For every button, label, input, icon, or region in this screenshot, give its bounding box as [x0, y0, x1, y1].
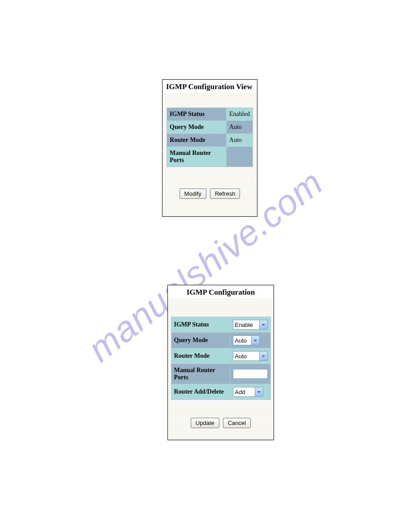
query-mode-label: Query Mode — [167, 121, 226, 133]
router-mode-cell: Auto — [230, 348, 270, 364]
query-mode-value: Auto — [227, 121, 253, 133]
cancel-button[interactable]: Cancel — [223, 418, 251, 428]
chevron-down-icon — [251, 336, 259, 345]
query-mode-select[interactable]: Auto — [233, 335, 260, 345]
table-row: Router Mode Auto — [167, 134, 253, 146]
chevron-down-icon — [255, 387, 263, 396]
igmp-status-select-value: Enable — [235, 322, 257, 328]
igmp-config-panel: IGMP Configuration IGMP Status Enable — [167, 285, 274, 440]
manual-router-ports-cell — [230, 364, 270, 384]
query-mode-select-value: Auto — [235, 337, 249, 344]
table-row: Query Mode Auto — [167, 121, 253, 133]
manual-router-ports-input[interactable] — [233, 369, 268, 379]
igmp-config-table: IGMP Status Enable Query Mode — [171, 317, 271, 400]
router-mode-select-value: Auto — [235, 353, 257, 360]
router-add-delete-label: Router Add/Delete — [171, 384, 230, 399]
igmp-config-view-panel: IGMP Configuration View IGMP Status Enab… — [162, 79, 257, 217]
chevron-down-icon — [259, 352, 267, 360]
igmp-status-label: IGMP Status — [171, 317, 230, 332]
table-row: IGMP Status Enable — [171, 317, 270, 332]
igmp-status-cell: Enable — [230, 317, 270, 332]
igmp-config-button-row: Update Cancel — [168, 400, 274, 433]
document-page: manualshive.com IGMP Configuration View … — [0, 0, 411, 532]
table-row: IGMP Status Enabled — [167, 108, 253, 120]
igmp-view-button-row: Modify Refresh — [163, 167, 257, 203]
igmp-status-label: IGMP Status — [167, 108, 226, 120]
router-add-delete-select-value: Add — [235, 389, 253, 395]
router-add-delete-select[interactable]: Add — [233, 387, 263, 397]
igmp-config-title: IGMP Configuration — [168, 285, 274, 299]
manual-router-ports-label: Manual Router Ports — [171, 364, 230, 384]
table-row: Query Mode Auto — [171, 333, 270, 348]
table-row: Manual Router Ports — [167, 147, 253, 167]
query-mode-label: Query Mode — [171, 333, 230, 348]
table-row: Manual Router Ports — [171, 364, 270, 384]
router-add-delete-cell: Add — [230, 384, 270, 399]
router-mode-value: Auto — [227, 134, 253, 146]
igmp-config-view-body: IGMP Status Enabled Query Mode Auto Rout… — [163, 93, 257, 216]
update-button[interactable]: Update — [191, 418, 219, 428]
router-mode-label: Router Mode — [167, 134, 226, 146]
modify-button[interactable]: Modify — [180, 189, 206, 199]
igmp-config-view-table: IGMP Status Enabled Query Mode Auto Rout… — [167, 107, 253, 167]
chevron-down-icon — [259, 320, 267, 329]
router-mode-select[interactable]: Auto — [233, 351, 268, 361]
spacer — [163, 93, 257, 107]
table-row: Router Mode Auto — [171, 348, 270, 364]
spacer — [168, 299, 274, 317]
router-mode-label: Router Mode — [171, 348, 230, 364]
query-mode-cell: Auto — [230, 333, 270, 348]
igmp-status-value: Enabled — [227, 108, 253, 120]
table-row: Router Add/Delete Add — [171, 384, 270, 399]
manual-router-ports-label: Manual Router Ports — [167, 147, 226, 167]
igmp-config-body: IGMP Status Enable Query Mode — [168, 299, 274, 440]
igmp-status-select[interactable]: Enable — [233, 320, 268, 330]
igmp-config-view-title: IGMP Configuration View — [163, 80, 257, 93]
manual-router-ports-value — [227, 147, 253, 167]
refresh-button[interactable]: Refresh — [210, 189, 240, 199]
